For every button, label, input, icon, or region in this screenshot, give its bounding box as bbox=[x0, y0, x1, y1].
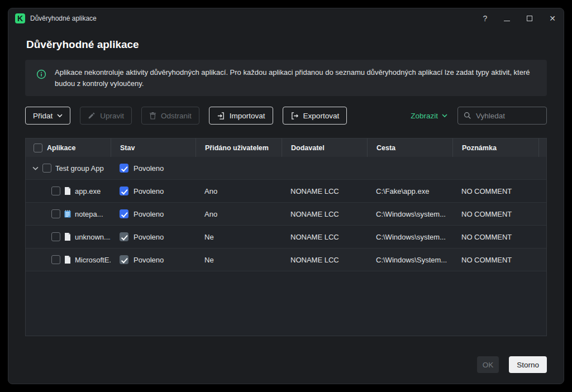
edit-button[interactable]: Upravit bbox=[80, 107, 132, 125]
kaspersky-logo-icon: K bbox=[15, 13, 25, 23]
file-icon bbox=[64, 233, 71, 241]
row-checkbox[interactable] bbox=[51, 187, 60, 195]
window-controls: ? ✕ bbox=[483, 15, 556, 22]
vendor-value: NONAME LCC bbox=[282, 210, 367, 218]
edit-button-label: Upravit bbox=[100, 112, 124, 120]
dialog-footer: OK Storno bbox=[477, 356, 547, 373]
comment-value: NO COMMENT bbox=[452, 233, 538, 241]
table-row[interactable]: app.exe Povoleno Ano NONAME LCC C:\Fake\… bbox=[26, 180, 546, 203]
table-header: Aplikace Stav Přidáno uživatelem Dodavat… bbox=[26, 138, 546, 157]
view-dropdown[interactable]: Zobrazit bbox=[411, 112, 447, 120]
application-name: MicrosoftE... bbox=[75, 256, 111, 264]
vendor-value: NONAME LCC bbox=[282, 187, 367, 195]
export-button-label: Exportovat bbox=[303, 112, 340, 120]
application-name: app.exe bbox=[75, 187, 101, 195]
info-banner-text: Aplikace nekontroluje aktivity důvěryhod… bbox=[55, 67, 535, 89]
titlebar: K Důvěryhodné aplikace ? ✕ bbox=[8, 8, 564, 28]
search-icon bbox=[464, 112, 471, 119]
import-button-label: Importovat bbox=[230, 112, 265, 120]
select-all-checkbox[interactable] bbox=[34, 144, 42, 152]
minimize-icon bbox=[504, 21, 510, 21]
import-button[interactable]: Importovat bbox=[209, 107, 273, 125]
export-button[interactable]: Exportovat bbox=[283, 107, 347, 125]
application-name: unknown.... bbox=[75, 233, 111, 241]
column-header-cesta: Cesta bbox=[367, 138, 452, 157]
maximize-icon bbox=[527, 16, 532, 21]
row-checkbox[interactable] bbox=[42, 164, 51, 173]
column-header-dodavatel: Dodavatel bbox=[282, 138, 367, 157]
search-input[interactable] bbox=[476, 112, 541, 120]
collapse-chevron-icon[interactable] bbox=[32, 166, 39, 170]
import-icon bbox=[217, 112, 225, 120]
toolbar: Přidat Upravit Odstranit Importovat Expo… bbox=[25, 107, 547, 125]
help-button[interactable]: ? bbox=[483, 15, 487, 22]
status-label: Povoleno bbox=[134, 256, 164, 264]
table-empty-area bbox=[26, 271, 546, 336]
status-checkbox[interactable] bbox=[120, 187, 128, 195]
column-header-poznamka: Poznámka bbox=[452, 138, 538, 157]
view-dropdown-label: Zobrazit bbox=[411, 112, 438, 120]
path-value: C:\Windows\system... bbox=[367, 233, 452, 241]
user-added-value: Ne bbox=[196, 233, 282, 241]
path-value: C:\Windows\System... bbox=[367, 256, 452, 264]
comment-value: NO COMMENT bbox=[452, 210, 538, 218]
chevron-down-icon bbox=[57, 114, 63, 117]
status-label: Povoleno bbox=[134, 164, 164, 173]
minimize-button[interactable] bbox=[504, 15, 510, 22]
table-row[interactable]: MicrosoftE... Povoleno Ne NONAME LCC C:\… bbox=[26, 248, 546, 271]
notepad-icon bbox=[64, 210, 71, 218]
add-button-label: Přidat bbox=[33, 112, 53, 120]
status-label: Povoleno bbox=[134, 233, 164, 241]
chevron-down-icon bbox=[442, 114, 447, 117]
status-label: Povoleno bbox=[134, 210, 164, 218]
path-value: C:\Windows\system... bbox=[367, 210, 452, 218]
file-icon bbox=[64, 256, 71, 264]
info-icon bbox=[36, 69, 46, 79]
table-row[interactable]: unknown.... Povoleno Ne NONAME LCC C:\Wi… bbox=[26, 226, 546, 248]
cancel-button[interactable]: Storno bbox=[509, 356, 547, 373]
column-header-extra bbox=[538, 138, 546, 157]
close-button[interactable]: ✕ bbox=[549, 15, 556, 22]
application-name: notepa... bbox=[75, 210, 103, 218]
ok-button[interactable]: OK bbox=[477, 356, 499, 373]
maximize-button[interactable] bbox=[527, 15, 532, 22]
search-box bbox=[457, 107, 547, 125]
add-button[interactable]: Přidat bbox=[25, 107, 70, 125]
status-label: Povoleno bbox=[134, 187, 164, 195]
page-title: Důvěryhodné aplikace bbox=[26, 39, 547, 51]
column-header-stav: Stav bbox=[111, 138, 196, 157]
status-checkbox[interactable] bbox=[120, 255, 128, 264]
column-header-aplikace: Aplikace bbox=[47, 144, 75, 152]
vendor-value: NONAME LCC bbox=[282, 233, 367, 241]
export-icon bbox=[290, 112, 299, 120]
user-added-value: Ne bbox=[196, 256, 282, 264]
table-group-row[interactable]: Test group App Povoleno bbox=[26, 157, 546, 180]
delete-button[interactable]: Odstranit bbox=[141, 107, 199, 125]
window-title: Důvěryhodné aplikace bbox=[30, 15, 97, 22]
user-added-value: Ano bbox=[196, 187, 282, 195]
status-checkbox[interactable] bbox=[120, 209, 128, 218]
path-value: C:\Fake\app.exe bbox=[367, 187, 452, 195]
group-name: Test group App bbox=[55, 164, 104, 173]
pencil-icon bbox=[88, 112, 96, 119]
delete-button-label: Odstranit bbox=[161, 112, 192, 120]
row-checkbox[interactable] bbox=[51, 255, 60, 264]
applications-table: Aplikace Stav Přidáno uživatelem Dodavat… bbox=[25, 138, 547, 336]
file-icon bbox=[64, 187, 71, 195]
user-added-value: Ano bbox=[196, 210, 282, 218]
status-checkbox[interactable] bbox=[120, 164, 128, 173]
table-row[interactable]: notepa... Povoleno Ano NONAME LCC C:\Win… bbox=[26, 203, 546, 226]
column-header-pridano: Přidáno uživatelem bbox=[196, 138, 282, 157]
comment-value: NO COMMENT bbox=[452, 187, 538, 195]
row-checkbox[interactable] bbox=[51, 209, 60, 218]
vendor-value: NONAME LCC bbox=[282, 256, 367, 264]
trusted-applications-window: K Důvěryhodné aplikace ? ✕ Důvěryhodné a… bbox=[8, 8, 564, 384]
row-checkbox[interactable] bbox=[51, 232, 60, 241]
status-checkbox[interactable] bbox=[120, 232, 128, 241]
info-banner: Aplikace nekontroluje aktivity důvěryhod… bbox=[25, 60, 547, 96]
trash-icon bbox=[149, 112, 156, 119]
screen: K Důvěryhodné aplikace ? ✕ Důvěryhodné a… bbox=[0, 0, 572, 392]
comment-value: NO COMMENT bbox=[452, 256, 538, 264]
